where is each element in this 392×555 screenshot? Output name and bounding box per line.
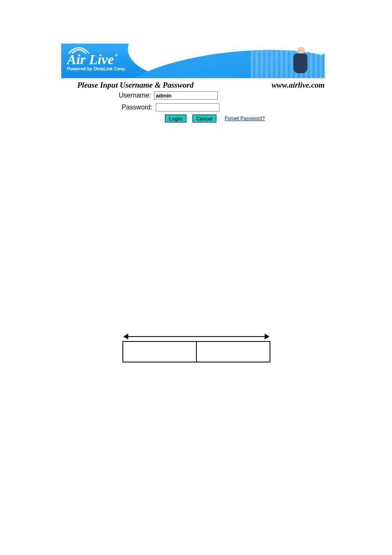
headline-instruction: Please Input Username & Password: [77, 81, 194, 90]
arrow-line: [127, 336, 265, 337]
username-input[interactable]: [154, 91, 218, 100]
username-row: Username:: [119, 91, 218, 100]
login-button[interactable]: Login: [165, 114, 187, 123]
two-cell-box: [122, 341, 270, 362]
banner: Air Live ® Powered by OvisLink Corp.: [61, 44, 325, 78]
banner-decoration: [251, 44, 325, 78]
banner-person-graphic: [293, 47, 307, 73]
brand-logo: Air Live ® Powered by OvisLink Corp.: [67, 46, 126, 71]
password-row: Password:: [122, 103, 219, 111]
password-input[interactable]: [156, 103, 219, 111]
brand-registered: ®: [115, 53, 118, 58]
brand-tagline: Powered by OvisLink Corp.: [67, 67, 126, 71]
double-arrow-icon: [124, 333, 269, 340]
forgot-password-link[interactable]: Forget Password?: [225, 116, 265, 121]
page: Air Live ® Powered by OvisLink Corp. Ple…: [0, 0, 392, 555]
brand-text: Air Live: [67, 53, 114, 67]
headline-url: www.airlive.com: [272, 81, 325, 90]
password-label: Password:: [122, 104, 152, 111]
box-cell-left: [123, 342, 197, 362]
cancel-button[interactable]: Cancel: [192, 114, 217, 123]
diagram: [122, 333, 270, 362]
button-row: Login Cancel Forget Password?: [165, 114, 265, 123]
arrow-right-icon: [265, 334, 270, 339]
headline-row: Please Input Username & Password www.air…: [77, 81, 325, 90]
box-cell-right: [197, 342, 270, 362]
username-label: Username:: [119, 92, 151, 99]
